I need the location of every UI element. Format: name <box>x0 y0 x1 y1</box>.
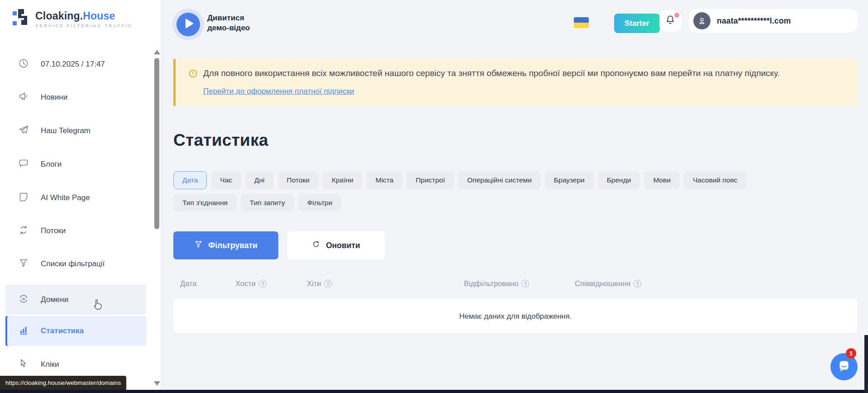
brand-logo[interactable]: Cloaking.House SERVICE FILTERING TRAFFIC <box>12 8 133 30</box>
help-icon[interactable]: ? <box>259 280 267 288</box>
trial-banner-message: Для повного використання всіх можливосте… <box>203 68 780 78</box>
refresh-button[interactable]: Оновити <box>287 231 385 259</box>
filter-tab-countries[interactable]: Країни <box>323 171 362 189</box>
sidebar-item-label: Статистика <box>41 326 84 335</box>
page-icon <box>18 192 29 205</box>
flag-blue-stripe <box>574 17 589 23</box>
language-flag-ukraine[interactable] <box>574 17 589 28</box>
sidebar-item-label: Потоки <box>41 226 66 235</box>
filter-tabs-row-2: Тип з'єднання Тип запиту Фільтри <box>173 194 341 212</box>
chat-bubble-icon <box>18 158 29 171</box>
window-right-edge <box>864 335 868 393</box>
paper-plane-icon <box>18 125 29 138</box>
demo-video-play-button[interactable] <box>176 13 200 36</box>
help-icon[interactable]: ? <box>324 280 332 288</box>
help-icon[interactable]: ? <box>634 280 641 288</box>
sidebar: Cloaking.House SERVICE FILTERING TRAFFIC… <box>0 0 161 393</box>
sidebar-item-streams[interactable]: Потоки <box>5 216 146 246</box>
filter-tab-request-type[interactable]: Тип запиту <box>241 194 294 212</box>
sidebar-item-label: Наш Telegram <box>41 126 91 135</box>
sidebar-item-statistics[interactable]: Статистика <box>5 316 146 346</box>
filter-tab-brands[interactable]: Бренди <box>598 171 640 189</box>
upgrade-subscription-link[interactable]: Перейти до оформлення платної підписки <box>203 87 354 96</box>
bar-chart-icon <box>18 325 29 338</box>
column-header-hosts: Хости ? <box>235 279 267 288</box>
domains-icon: w <box>18 293 29 307</box>
sidebar-item-label: Кліки <box>41 360 59 369</box>
trial-warning-banner: Для повного використання всіх можливосте… <box>173 59 858 106</box>
filter-tab-filters[interactable]: Фільтри <box>298 194 342 212</box>
sidebar-item-label: Списки фільтрації <box>41 259 105 268</box>
link-preview-statusbar: https://cloaking.house/webmaster/domains <box>0 376 126 390</box>
pointer-icon <box>18 358 29 371</box>
help-icon[interactable]: ? <box>521 280 529 288</box>
filter-button-label: Фільтрувати <box>208 241 258 250</box>
page-title: Статистика <box>173 131 268 150</box>
filter-tab-date[interactable]: Дата <box>173 171 207 189</box>
sidebar-item-label: Блоги <box>41 160 62 169</box>
play-icon <box>176 12 200 37</box>
empty-message: Немає даних для відображення. <box>459 312 572 321</box>
filter-tab-streams[interactable]: Потоки <box>278 171 319 189</box>
user-account-button[interactable]: naata**********l.com <box>689 9 858 33</box>
refresh-button-label: Оновити <box>326 241 360 250</box>
column-header-filtered: Відфільтровано ? <box>464 279 529 288</box>
clock-icon <box>18 58 29 71</box>
flag-yellow-stripe <box>574 23 589 28</box>
filter-tab-time[interactable]: Час <box>211 171 241 189</box>
sidebar-item-news[interactable]: Новини <box>5 82 146 112</box>
sidebar-item-filter-lists[interactable]: Списки фільтрації <box>5 249 146 279</box>
column-header-date: Дата <box>180 279 197 288</box>
plan-badge-button[interactable]: Starter <box>614 14 660 33</box>
filter-tabs-row-1: Дата Час Дні Потоки Країни Міста Пристро… <box>173 171 747 189</box>
sidebar-item-domains[interactable]: w Домени <box>5 285 146 315</box>
sidebar-item-telegram[interactable]: Наш Telegram <box>5 116 146 146</box>
empty-table-state: Немає даних для відображення. <box>173 299 858 333</box>
funnel-icon <box>194 240 203 251</box>
brand-tagline: SERVICE FILTERING TRAFFIC <box>35 23 133 28</box>
sidebar-item-ai-white-page[interactable]: AI White Page <box>5 183 146 213</box>
chat-unread-badge: 1 <box>846 348 856 359</box>
warning-icon <box>188 69 198 80</box>
sidebar-scrollbar-thumb[interactable] <box>154 58 159 229</box>
refresh-icon <box>312 240 320 251</box>
funnel-icon <box>18 258 29 271</box>
sidebar-item-blogs[interactable]: Блоги <box>5 149 146 179</box>
filter-tab-devices[interactable]: Пристрої <box>406 171 454 189</box>
sidebar-item-label: Новини <box>41 93 67 102</box>
sidebar-item-label: 07.10.2025 / 17:47 <box>41 60 105 69</box>
sidebar-item-label: AI White Page <box>41 193 90 202</box>
sidebar-item-clicks[interactable]: Кліки <box>5 350 146 379</box>
sidebar-scrollbar-down-arrow[interactable] <box>154 381 160 386</box>
filter-button[interactable]: Фільтрувати <box>173 231 278 259</box>
sidebar-scrollbar-up-arrow[interactable] <box>154 50 160 54</box>
filter-tab-timezone[interactable]: Часовий пояс <box>684 171 747 189</box>
megaphone-icon <box>18 91 29 104</box>
notification-dot-badge <box>674 13 679 18</box>
filter-tab-languages[interactable]: Мови <box>644 171 680 189</box>
demo-video-label[interactable]: Дивитися демо-відео <box>207 13 261 33</box>
window-bottom-edge <box>0 390 868 393</box>
avatar <box>693 12 711 29</box>
column-header-hits: Хіти ? <box>307 279 332 288</box>
user-email: naata**********l.com <box>717 16 791 26</box>
chat-smile-icon <box>836 358 852 375</box>
column-header-ratio: Співвідношення ? <box>575 279 641 288</box>
brand-logo-icon <box>12 8 30 30</box>
filter-tab-browsers[interactable]: Браузери <box>545 171 594 189</box>
svg-text:w: w <box>22 297 25 301</box>
sync-icon <box>18 225 29 238</box>
filter-tab-days[interactable]: Дні <box>245 171 274 189</box>
brand-name: Cloaking.House <box>35 10 115 22</box>
filter-tab-cities[interactable]: Міста <box>367 171 403 189</box>
filter-tab-connection-type[interactable]: Тип з'єднання <box>173 194 237 212</box>
filter-tab-os[interactable]: Операційні системи <box>458 171 541 189</box>
stats-table-header: Дата Хости ? Хіти ? Відфільтровано ? Спі… <box>173 279 858 293</box>
sidebar-item-label: Домени <box>41 295 68 304</box>
sidebar-item-date: 07.10.2025 / 17:47 <box>5 49 146 79</box>
